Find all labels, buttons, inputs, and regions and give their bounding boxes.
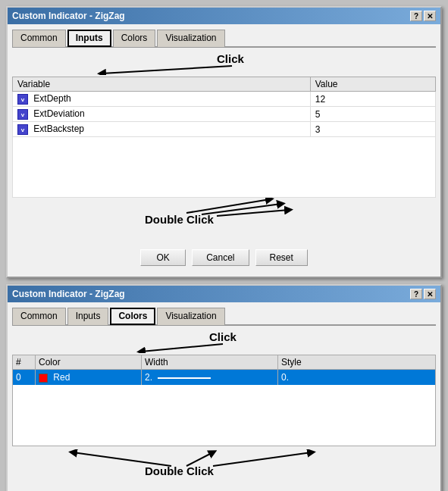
tab-common-1[interactable]: Common [12, 30, 66, 47]
dialog-1-body: Common Inputs Colors Visualization Click [8, 24, 440, 277]
click-arrow-2 [12, 330, 436, 353]
dialog-2-title: Custom Indicator - ZigZag [12, 289, 125, 299]
titlebar-buttons-1: ? ✕ [410, 11, 436, 21]
var-value[interactable]: 5 [310, 107, 435, 122]
dialog-1-title: Custom Indicator - ZigZag [12, 11, 125, 21]
svg-line-5 [73, 452, 171, 466]
ok-button-1[interactable]: OK [140, 249, 186, 266]
dialog-2-tabs: Common Inputs Colors Visualization [12, 307, 436, 326]
table-row[interactable]: v ExtBackstep 3 [13, 122, 436, 137]
color-swatch [39, 374, 48, 383]
dblclick-arrows-2 [12, 449, 436, 491]
tab-inputs-1[interactable]: Inputs [67, 30, 111, 47]
var-name: ExtDeviation [33, 108, 84, 119]
tab-colors-2[interactable]: Colors [110, 308, 155, 325]
table-empty-area [13, 385, 435, 446]
svg-line-6 [186, 452, 213, 466]
dialog-2-titlebar: Custom Indicator - ZigZag ? ✕ [8, 286, 440, 302]
tab-inputs-2[interactable]: Inputs [67, 308, 109, 325]
var-icon: v [17, 124, 28, 135]
var-value[interactable]: 3 [310, 122, 435, 137]
colors-table-header: # Color Width Style [13, 355, 435, 370]
cancel-button-1[interactable]: Cancel [192, 249, 249, 266]
close-button-2[interactable]: ✕ [424, 289, 436, 299]
colors-table-row[interactable]: 0 Red 2. 0. [13, 370, 435, 385]
svg-line-0 [102, 66, 232, 73]
style-value: 0. [281, 372, 289, 383]
table-row[interactable]: v ExtDeviation 5 [13, 107, 436, 122]
dialog-2: Custom Indicator - ZigZag ? ✕ Common Inp… [6, 284, 442, 491]
row-num: 0 [13, 370, 36, 385]
tab-visualization-2[interactable]: Visualization [157, 308, 224, 325]
col-variable: Variable [13, 77, 311, 92]
dblclick-arrows-1 [12, 198, 436, 243]
titlebar-buttons-2: ? ✕ [410, 289, 436, 299]
row-width[interactable]: 2. [142, 370, 278, 385]
col-style-header: Style [278, 355, 354, 369]
svg-line-4 [141, 344, 223, 352]
var-icon: v [17, 94, 28, 105]
tab-colors-1[interactable]: Colors [113, 30, 156, 47]
tab-visualization-1[interactable]: Visualization [157, 30, 224, 47]
help-button-2[interactable]: ? [410, 289, 422, 299]
var-name: ExtDepth [33, 93, 70, 104]
color-name: Red [53, 372, 70, 383]
tab-common-2[interactable]: Common [12, 308, 66, 325]
col-value: Value [310, 77, 435, 92]
dialog-1-titlebar: Custom Indicator - ZigZag ? ✕ [8, 8, 440, 24]
svg-line-7 [213, 452, 312, 466]
var-name: ExtBackstep [33, 124, 84, 134]
click-arrow-1 [12, 52, 436, 75]
dialog-2-body: Common Inputs Colors Visualization Click… [8, 302, 440, 491]
col-width-header: Width [142, 355, 278, 369]
col-color-header: Color [36, 355, 142, 369]
dialog-1-tabs: Common Inputs Colors Visualization [12, 29, 436, 48]
var-icon: v [17, 109, 28, 120]
row-style[interactable]: 0. [278, 370, 354, 385]
close-button-1[interactable]: ✕ [424, 11, 436, 21]
inputs-table: Variable Value v ExtDepth 12 v ExtDeviat… [12, 77, 436, 198]
table-row[interactable]: v ExtDepth 12 [13, 92, 436, 107]
var-value[interactable]: 12 [310, 92, 435, 107]
reset-button-1[interactable]: Reset [255, 249, 308, 266]
dialog-1: Custom Indicator - ZigZag ? ✕ Common Inp… [6, 6, 442, 278]
colors-table-container: # Color Width Style 0 Red 2. 0. [12, 355, 436, 446]
width-slider[interactable] [158, 377, 211, 379]
row-color[interactable]: Red [36, 370, 142, 385]
help-button-1[interactable]: ? [410, 11, 422, 21]
dialog-1-footer: OK Cancel Reset [12, 243, 436, 272]
col-hash-header: # [13, 355, 36, 369]
width-value: 2. [145, 372, 152, 383]
